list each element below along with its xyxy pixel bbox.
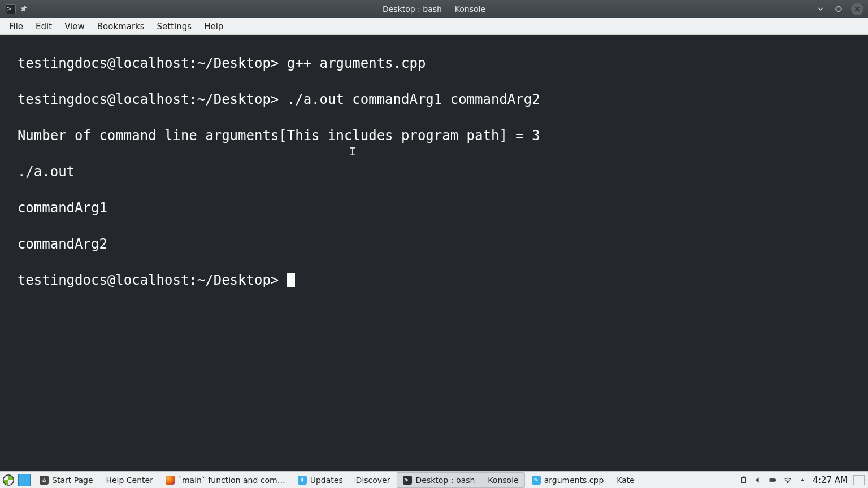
task-label: Updates — Discover (310, 476, 390, 485)
terminal[interactable]: testingdocs@localhost:~/Desktop> g++ arg… (0, 35, 868, 471)
terminal-line: testingdocs@localhost:~/Desktop> ./a.out… (18, 91, 540, 107)
clipboard-icon[interactable] (739, 476, 748, 485)
app-icon: >_ (6, 4, 16, 14)
window-titlebar: >_ Desktop : bash — Konsole (0, 0, 868, 18)
application-launcher[interactable] (0, 472, 17, 489)
terminal-line: Number of command line arguments[This in… (18, 128, 540, 143)
terminal-line: commandArg2 (18, 236, 107, 252)
task-help-center[interactable]: ⌂ Start Page — Help Center (34, 472, 159, 488)
menu-bookmarks[interactable]: Bookmarks (92, 19, 150, 34)
menubar: File Edit View Bookmarks Settings Help (0, 18, 868, 35)
menu-file[interactable]: File (3, 19, 29, 34)
virtual-desktop-pager[interactable] (18, 474, 31, 486)
show-desktop-button[interactable] (853, 475, 865, 485)
task-label: Desktop : bash — Konsole (415, 476, 518, 485)
svg-point-7 (788, 482, 788, 483)
close-button[interactable] (851, 3, 863, 15)
task-firefox[interactable]: `main` function and com… (160, 472, 291, 488)
terminal-line: testingdocs@localhost:~/Desktop> g++ arg… (18, 55, 426, 71)
task-list: ⌂ Start Page — Help Center `main` functi… (34, 472, 734, 488)
terminal-line: commandArg1 (18, 200, 107, 216)
menu-settings[interactable]: Settings (151, 19, 198, 34)
task-konsole[interactable]: >_ Desktop : bash — Konsole (397, 472, 524, 488)
tray-expand-icon[interactable] (798, 476, 807, 485)
battery-icon[interactable] (769, 476, 778, 485)
svg-rect-6 (771, 479, 775, 481)
konsole-icon: >_ (403, 476, 412, 485)
kate-icon: ✎ (532, 476, 541, 485)
network-icon[interactable] (783, 476, 792, 485)
svg-rect-5 (775, 479, 776, 480)
window-title: Desktop : bash — Konsole (0, 5, 868, 14)
system-tray (734, 472, 813, 488)
menu-help[interactable]: Help (198, 19, 229, 34)
pin-icon[interactable] (20, 5, 29, 14)
maximize-button[interactable] (833, 3, 844, 15)
terminal-prompt: testingdocs@localhost:~/Desktop> (18, 272, 287, 288)
task-label: arguments.cpp — Kate (544, 476, 635, 485)
firefox-icon (166, 476, 175, 485)
task-label: Start Page — Help Center (52, 476, 153, 485)
help-icon: ⌂ (40, 476, 49, 485)
minimize-button[interactable] (815, 3, 826, 15)
terminal-line: ./a.out (18, 164, 75, 180)
task-panel: ⌂ Start Page — Help Center `main` functi… (0, 471, 868, 488)
volume-icon[interactable] (754, 476, 763, 485)
task-kate[interactable]: ✎ arguments.cpp — Kate (526, 472, 640, 488)
task-discover[interactable]: ⬇ Updates — Discover (292, 472, 396, 488)
menu-view[interactable]: View (59, 19, 90, 34)
menu-edit[interactable]: Edit (30, 19, 58, 34)
task-label: `main` function and com… (178, 476, 285, 485)
mouse-ibeam-cursor: I (349, 142, 356, 160)
discover-icon: ⬇ (298, 476, 307, 485)
cursor-block (287, 273, 295, 287)
clock[interactable]: 4:27 AM (813, 475, 853, 485)
